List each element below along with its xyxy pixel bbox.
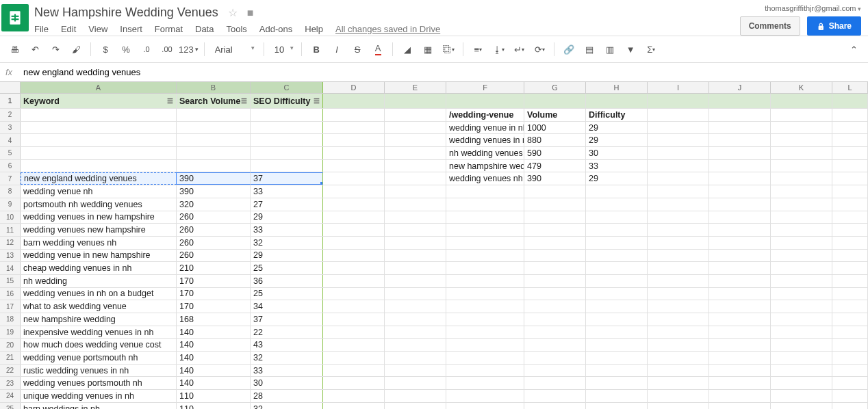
cell[interactable] [771,160,832,172]
cell[interactable] [648,275,709,287]
cell[interactable] [323,237,385,249]
cell-volume[interactable]: 320 [177,198,251,211]
cell[interactable] [771,198,832,211]
cell[interactable] [832,211,868,224]
cell[interactable] [832,262,868,274]
cell[interactable] [586,250,648,262]
cell[interactable] [832,224,868,236]
cell[interactable]: 390 [524,172,586,185]
cell[interactable] [586,94,648,108]
cell[interactable] [648,134,709,146]
cell[interactable] [251,122,323,134]
menu-view[interactable]: View [88,24,107,34]
row-header[interactable]: 4 [0,134,21,146]
italic-button[interactable]: I [328,40,346,58]
cell[interactable] [21,109,177,121]
print-icon[interactable]: 🖶 [5,40,23,58]
cell[interactable] [709,390,771,402]
cell[interactable] [385,198,446,211]
row-header[interactable]: 8 [0,185,21,198]
cell[interactable] [323,339,385,351]
row-header[interactable]: 6 [0,160,21,172]
cell-keyword[interactable]: wedding venues in nh on a budget [21,288,177,300]
merge-cells-icon[interactable]: ⿻▾ [439,40,457,58]
format-percent[interactable]: % [117,40,135,58]
menu-help[interactable]: Help [305,24,323,34]
cell-keyword[interactable]: new hampshire wedding [21,313,177,326]
cell[interactable] [648,94,709,108]
cell-keyword[interactable]: how much does wedding venue cost [21,339,177,351]
cell[interactable] [709,288,771,300]
cell[interactable] [771,262,832,274]
cell[interactable] [771,172,832,185]
cell-volume[interactable]: 390 [177,185,251,198]
cell[interactable] [709,365,771,377]
cell[interactable] [832,198,868,211]
text-color-button[interactable]: A [369,40,387,58]
cell[interactable] [446,262,524,274]
row-header[interactable]: 15 [0,275,21,287]
cell[interactable]: 29 [586,172,648,185]
decrease-decimal[interactable]: .0 [138,40,155,58]
font-select[interactable]: Arial [210,42,258,57]
cell-difficulty[interactable]: 33 [251,185,323,198]
cell-keyword[interactable]: portsmouth nh wedding venues [21,198,177,211]
cell[interactable] [586,313,648,326]
cell[interactable] [648,211,709,224]
cell[interactable] [586,211,648,224]
cell[interactable] [648,250,709,262]
cell[interactable] [586,198,648,211]
doc-title[interactable]: New Hampshire Wedding Venues [34,4,218,21]
insert-chart-icon[interactable]: ▥ [601,40,619,58]
cell[interactable] [586,365,648,377]
cell[interactable] [648,313,709,326]
cell-keyword[interactable]: wedding venue portsmouth nh [21,352,177,364]
cell[interactable] [385,352,446,364]
cell[interactable] [832,147,868,159]
format-currency[interactable]: $ [97,40,114,58]
cell-difficulty[interactable]: 27 [251,198,323,211]
header-volume[interactable]: Search Volume☰ [177,94,251,108]
cell[interactable] [832,160,868,172]
cell[interactable] [524,300,586,313]
cell[interactable] [446,185,524,198]
cell[interactable] [446,390,524,402]
cell-volume[interactable]: 140 [177,377,251,389]
cell[interactable] [385,403,446,409]
cell[interactable] [323,134,385,146]
menu-file[interactable]: File [34,24,49,34]
cell-volume[interactable]: 140 [177,365,251,377]
cell[interactable] [709,185,771,198]
cell[interactable] [648,147,709,159]
cell[interactable] [251,147,323,159]
cell[interactable] [709,275,771,287]
cell[interactable]: nh wedding venues [446,147,524,159]
cell[interactable] [524,262,586,274]
cell[interactable] [323,403,385,409]
borders-icon[interactable]: ▦ [419,40,437,58]
cell[interactable] [648,403,709,409]
cell[interactable] [586,377,648,389]
cell[interactable] [524,352,586,364]
cell-keyword[interactable]: wedding venues new hampshire [21,224,177,236]
cell[interactable] [771,365,832,377]
cell[interactable] [524,211,586,224]
cell[interactable] [648,198,709,211]
cell-keyword[interactable]: wedding venues in new hampshire [21,211,177,224]
cell[interactable] [446,288,524,300]
cell[interactable] [648,365,709,377]
cell-volume[interactable]: 170 [177,300,251,313]
cell[interactable] [177,109,251,121]
cell-difficulty[interactable]: 36 [251,275,323,287]
cell-difficulty[interactable]: 25 [251,262,323,274]
cell[interactable]: wedding venues nh [446,172,524,185]
cell[interactable]: Volume [524,109,586,121]
cell[interactable] [385,172,446,185]
row-header[interactable]: 9 [0,198,21,211]
cell[interactable] [586,262,648,274]
cell-difficulty[interactable]: 29 [251,211,323,224]
cell-difficulty[interactable]: 33 [251,224,323,236]
col-header-C[interactable]: C [251,82,323,93]
cell[interactable]: 590 [524,147,586,159]
cell[interactable] [586,403,648,409]
